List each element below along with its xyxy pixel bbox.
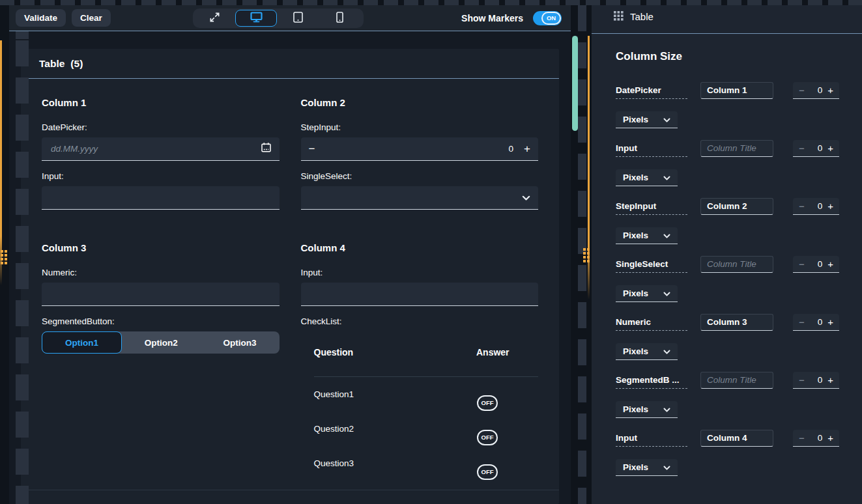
stepper-value[interactable]: 0 [818,259,823,269]
calendar-icon[interactable] [261,142,272,156]
toolbar: Validate Clear [9,5,571,31]
clear-button[interactable]: Clear [72,9,111,27]
increment-button[interactable]: + [827,259,833,269]
field-label: Input: [301,268,539,277]
column-type-label: SingleSelect [616,255,687,273]
show-markers-toggle[interactable]: ON [533,11,562,25]
numeric-input-field[interactable] [42,283,280,306]
column-title-input[interactable] [700,82,773,99]
unit-select-value: Pixels [623,173,648,182]
table-panel: Table (5) Column 1 DatePicker: [21,49,559,504]
unit-select[interactable]: Pixels [616,169,678,186]
increment-button[interactable]: + [827,85,833,95]
stepper-value[interactable]: 0 [818,143,823,153]
column-title-input[interactable] [700,256,773,273]
decrement-button[interactable]: − [799,375,805,385]
segmented-option[interactable]: Option1 [42,331,122,354]
phone-button[interactable] [319,10,360,27]
column-size-row: SegmentedB ... − 0 + Pixels [616,371,862,418]
desktop-button[interactable] [235,10,277,27]
left-marker-dashes [16,31,29,504]
column-type-label: Input [616,139,687,157]
decrement-button[interactable]: − [799,201,805,211]
text-input-field[interactable] [301,283,539,306]
form-column-4: Column 4 Input: CheckList: Question Answ… [301,210,539,481]
phone-icon [336,12,343,25]
text-input[interactable] [309,288,531,300]
answer-column-header: Answer [476,347,538,357]
increment-button[interactable]: + [827,433,833,443]
stepper-value[interactable]: 0 [818,85,823,95]
segmented-option[interactable]: Option3 [201,331,280,354]
increment-button[interactable]: + [827,201,833,211]
column-title-input[interactable] [700,372,773,389]
column-title: Column 2 [301,97,539,108]
column-width-stepper: − 0 + [793,82,839,99]
unit-select[interactable]: Pixels [616,459,678,476]
increment-button[interactable]: + [827,317,833,327]
datepicker-field[interactable] [42,137,280,161]
chevron-down-icon [663,114,670,126]
increment-button[interactable]: + [827,143,833,153]
top-marker-dashes [0,0,862,5]
column-size-row: StepInput − 0 + Pixels [616,197,862,244]
decrement-button[interactable]: − [799,433,805,443]
column-size-rows: DatePicker − 0 + Pixels Input − 0 + [616,81,862,476]
decrement-button[interactable]: − [309,143,315,154]
expand-button[interactable] [194,10,235,27]
datepicker-input[interactable] [50,143,261,154]
increment-button[interactable]: + [827,375,833,385]
expand-icon [209,12,220,25]
step-value[interactable]: 0 [509,144,514,154]
question-label: Question3 [314,458,354,468]
question-column-header: Question [314,347,354,357]
chevron-down-icon [522,192,530,204]
text-input[interactable] [50,192,272,203]
column-title-input[interactable] [700,430,773,447]
tablet-icon [293,12,303,25]
table-panel-header: Table (5) [21,49,559,79]
column-size-row: Numeric − 0 + Pixels [616,313,862,360]
column-title-input[interactable] [700,198,773,215]
tablet-button[interactable] [277,10,319,27]
chevron-down-icon [663,288,670,300]
stepper-value[interactable]: 0 [818,317,823,327]
stepper-value[interactable]: 0 [818,433,823,443]
checklist-row: Question1 OFF [301,377,539,412]
unit-select[interactable]: Pixels [616,401,678,418]
column-title-input[interactable] [700,314,773,331]
column-title: Column 3 [42,242,280,253]
splitter-drag-grip[interactable] [583,248,590,262]
text-input-field[interactable] [42,186,280,210]
numeric-input[interactable] [50,288,272,300]
decrement-button[interactable]: − [799,143,805,153]
increment-button[interactable]: + [524,143,530,154]
decrement-button[interactable]: − [799,259,805,269]
validate-button[interactable]: Validate [16,9,66,27]
column-size-row: Input − 0 + Pixels [616,139,862,186]
segmented-option[interactable]: Option2 [122,331,201,354]
column-width-stepper: − 0 + [793,314,839,331]
stepper-value[interactable]: 0 [818,375,823,385]
unit-select[interactable]: Pixels [616,285,678,302]
left-drag-grip[interactable] [1,250,7,264]
design-canvas: Table (5) Column 1 DatePicker: [9,31,571,504]
unit-select[interactable]: Pixels [616,343,678,360]
column-title-input[interactable] [700,140,773,157]
stepper-value[interactable]: 0 [818,201,823,211]
unit-select[interactable]: Pixels [616,227,678,244]
canvas-scrollbar-thumb[interactable] [572,36,578,131]
unit-select[interactable]: Pixels [616,111,678,128]
sidebar-title: Table [630,11,654,22]
column-width-stepper: − 0 + [793,198,839,215]
decrement-button[interactable]: − [799,85,805,95]
form-column-2: Column 2 StepInput: − 0 + SingleSelect: [301,79,539,210]
unit-select-value: Pixels [623,404,648,414]
single-select-field[interactable] [301,186,539,210]
decrement-button[interactable]: − [799,317,805,327]
chevron-down-icon [663,404,670,415]
question-label: Question1 [314,389,354,399]
panel-title: Table [39,58,65,70]
field-label: DatePicker: [42,122,280,132]
step-input-field[interactable]: − 0 + [301,137,539,161]
